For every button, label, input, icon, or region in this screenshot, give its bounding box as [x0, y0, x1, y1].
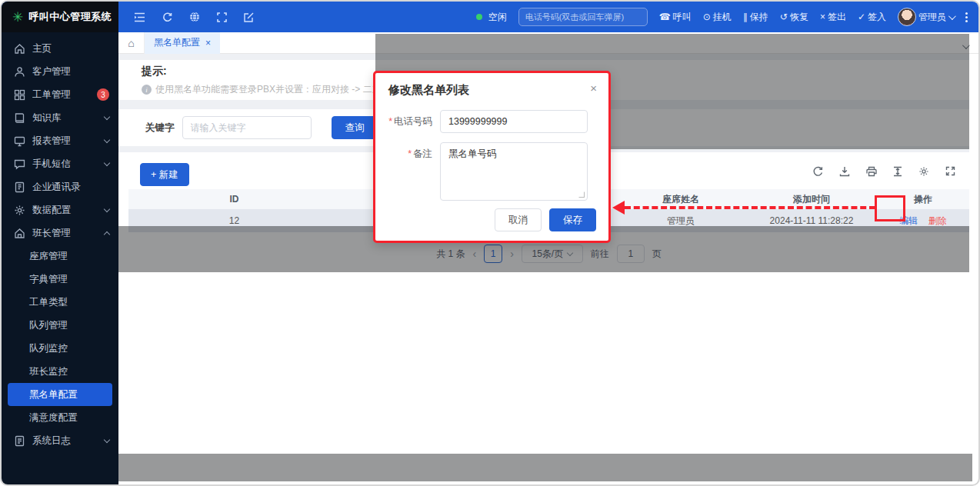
print-icon[interactable] [866, 166, 877, 177]
page-size-select[interactable]: 15条/页 [522, 245, 583, 263]
tab-label: 黑名单配置 [154, 36, 200, 49]
home-icon [14, 43, 25, 55]
download-icon[interactable] [839, 166, 850, 177]
fullscreen-icon[interactable] [217, 12, 227, 22]
signout-icon: × [820, 12, 825, 22]
signout-button[interactable]: ×签出 [820, 11, 846, 24]
status-label: 空闲 [488, 11, 507, 24]
app-title: 呼叫中心管理系统 [28, 10, 112, 24]
signin-icon: ✓ [858, 12, 865, 22]
column-height-icon[interactable] [893, 166, 902, 177]
goto-page-input[interactable]: 1 [617, 245, 645, 263]
chevron-down-icon [104, 113, 110, 119]
hangup-button[interactable]: ⊙挂机 [703, 11, 732, 24]
header-left-icons [134, 2, 254, 32]
sidebar-item-syslog[interactable]: 系统日志 [2, 429, 118, 452]
next-page-icon[interactable]: › [510, 248, 514, 260]
sidebar-nav: 主页 客户管理 工单管理 3 知识库 报表管理 手机短信 企业通讯录 [2, 32, 118, 486]
annotation-arrow-line [625, 206, 875, 209]
header-id[interactable]: ID [128, 194, 340, 205]
chevron-down-icon [104, 136, 110, 142]
more-menu-icon[interactable] [965, 12, 968, 22]
annotation-highlight-box [875, 195, 905, 221]
tab-home[interactable]: ⌂ [118, 32, 145, 54]
dial-number-input[interactable]: 电话号码(双击或回车弹屏) [518, 8, 648, 26]
remark-field-label: *备注 [375, 142, 440, 201]
cancel-button[interactable]: 取消 [495, 208, 542, 231]
hold-button[interactable]: ∥保持 [743, 11, 768, 24]
phone-field-input[interactable]: 13999999999 [440, 110, 588, 133]
sidebar-subitem-queuemonitor[interactable]: 队列监控 [2, 337, 118, 360]
resize-handle-icon[interactable] [578, 191, 585, 198]
sidebar-subitem-supervisormonitor[interactable]: 班长监控 [2, 360, 118, 383]
agent-status: 空闲 [476, 11, 507, 24]
resume-button[interactable]: ↺恢复 [780, 11, 808, 24]
tab-overflow-chevron[interactable] [962, 38, 968, 52]
resume-icon: ↺ [780, 12, 788, 22]
hold-icon: ∥ [743, 12, 748, 22]
avatar [898, 8, 916, 26]
sidebar-item-knowledge[interactable]: 知识库 [2, 106, 118, 129]
top-header: ✳ 呼叫中心管理系统 空闲 电话号码(双击或回车弹屏) ☎呼叫 ⊙挂机 ∥保持 … [2, 2, 978, 32]
sidebar-item-sms[interactable]: 手机短信 [2, 152, 118, 175]
compose-icon[interactable] [244, 12, 254, 22]
sidebar-subitem-blacklist-active[interactable]: 黑名单配置 [8, 383, 112, 406]
delete-link[interactable]: 删除 [928, 215, 947, 226]
remark-field-textarea[interactable]: 黑名单号码 [440, 142, 588, 201]
refresh-icon[interactable] [162, 12, 172, 22]
sidebar-subitem-tickettype[interactable]: 工单类型 [2, 291, 118, 314]
refresh-icon[interactable] [812, 166, 823, 177]
header-agent[interactable]: 座席姓名 [615, 193, 746, 206]
sidebar-item-home[interactable]: 主页 [2, 37, 118, 60]
chevron-down-icon [104, 436, 110, 442]
annotation-arrow-head [612, 201, 625, 215]
sidebar-subitem-dictionary[interactable]: 字典管理 [2, 268, 118, 291]
total-count: 共 1 条 [436, 248, 465, 261]
sidebar-item-tickets[interactable]: 工单管理 3 [2, 83, 118, 106]
required-asterisk: * [388, 116, 392, 127]
cell-time: 2024-11-11 11:28:22 [746, 215, 877, 226]
sidebar-item-directory[interactable]: 企业通讯录 [2, 175, 118, 198]
header-time[interactable]: 添加时间 [746, 193, 877, 206]
signin-button[interactable]: ✓签入 [858, 11, 886, 24]
tab-blacklist-config[interactable]: 黑名单配置 × [145, 32, 220, 54]
phone-field-label: *电话号码 [375, 110, 440, 133]
prev-page-icon[interactable]: ‹ [473, 248, 477, 260]
chevron-down-icon [104, 159, 110, 165]
user-menu[interactable]: 管理员 [898, 8, 954, 26]
settings-gear-icon[interactable] [918, 166, 929, 177]
chevron-down-icon [567, 249, 573, 255]
pagination: 共 1 条 ‹ 1 › 15条/页 前往 1 页 [128, 238, 969, 269]
sidebar-item-reports[interactable]: 报表管理 [2, 129, 118, 152]
edit-blacklist-modal: 修改黑名单列表 × *电话号码 13999999999 *备注 黑名单号码 取消… [373, 71, 611, 243]
table-toolbar [812, 166, 955, 177]
sidebar-subitem-satisfaction[interactable]: 满意度配置 [2, 406, 118, 429]
call-button[interactable]: ☎呼叫 [659, 11, 692, 24]
menu-fold-icon[interactable] [134, 12, 145, 22]
sidebar-item-customers[interactable]: 客户管理 [2, 60, 118, 83]
keyword-label: 关键字 [145, 122, 175, 135]
current-page-button[interactable]: 1 [484, 245, 502, 263]
hint-title: 提示: [142, 65, 167, 78]
keyword-input[interactable]: 请输入关键字 [182, 116, 312, 139]
modal-close-icon[interactable]: × [590, 82, 597, 95]
create-button[interactable]: + 新建 [140, 163, 189, 186]
gear-icon [14, 205, 25, 216]
sidebar-item-dataconfig[interactable]: 数据配置 [2, 198, 118, 221]
status-dot-icon [476, 14, 482, 20]
doc-icon [14, 435, 25, 447]
language-globe-icon[interactable] [189, 12, 200, 22]
app-logo: ✳ 呼叫中心管理系统 [2, 2, 118, 32]
sidebar-item-supervisor[interactable]: 班长管理 [2, 221, 118, 245]
chevron-down-icon [962, 42, 970, 49]
query-button[interactable]: 查询 [332, 116, 378, 139]
sidebar-subitem-queues[interactable]: 队列管理 [2, 314, 118, 337]
chevron-up-icon [104, 231, 110, 237]
save-button[interactable]: 保存 [549, 208, 596, 231]
page-unit-label: 页 [652, 248, 662, 261]
expand-icon[interactable] [945, 166, 955, 177]
sidebar-subitem-agents[interactable]: 座席管理 [2, 245, 118, 268]
header-right: 空闲 电话号码(双击或回车弹屏) ☎呼叫 ⊙挂机 ∥保持 ↺恢复 ×签出 ✓签入… [476, 2, 968, 32]
tab-close-icon[interactable]: × [205, 38, 211, 48]
screenshot-frame: ✳ 呼叫中心管理系统 空闲 电话号码(双击或回车弹屏) ☎呼叫 ⊙挂机 ∥保持 … [0, 0, 980, 486]
